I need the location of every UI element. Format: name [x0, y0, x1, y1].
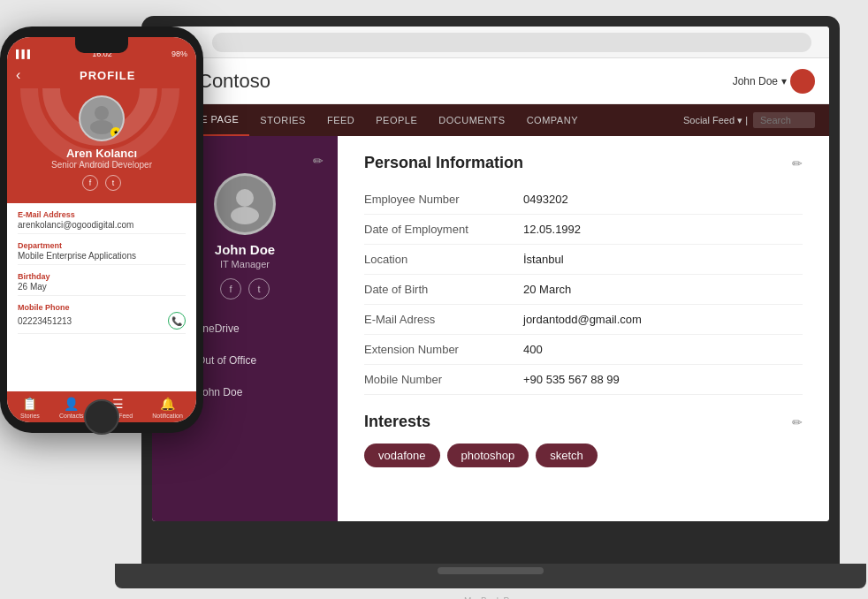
facebook-icon[interactable]: f: [220, 278, 241, 300]
phone-screen: ▌▌▌ 16:02 98% ‹ PROFILE ★ Aren Kolanc: [7, 37, 196, 422]
phone-nav-notification[interactable]: 🔔 Notification: [152, 397, 183, 419]
notification-icon: 🔔: [160, 397, 175, 411]
contacts-icon: 👤: [64, 397, 79, 411]
tag-photoshop[interactable]: photoshop: [447, 444, 529, 467]
contoso-header: Contoso John Doe ▾: [152, 58, 829, 104]
field-value: 12.05.1992: [523, 215, 803, 245]
tag-sketch[interactable]: sketch: [536, 444, 598, 467]
field-label: Date of Birth: [364, 275, 523, 305]
personal-info-header: Personal Information ✏: [364, 154, 803, 172]
phone-facebook-icon[interactable]: f: [82, 175, 98, 191]
tag-vodafone[interactable]: vodafone: [364, 444, 440, 467]
interests-edit-icon[interactable]: ✏: [792, 415, 803, 429]
phone-nav-notification-label: Notification: [152, 413, 183, 419]
phone-fields: E-Mail Address arenkolanci@ogoodigital.c…: [7, 203, 196, 391]
phone-home-button[interactable]: [84, 399, 119, 435]
phone-field-mobile-row: 02223451213 📞: [18, 312, 186, 330]
profile-name-large: John Doe: [215, 242, 275, 257]
nav-item-stories[interactable]: STORIES: [249, 104, 316, 136]
phone-nav-contacts-label: Contacts: [59, 413, 84, 419]
field-value: 20 March: [523, 275, 803, 305]
browser-topbar: [152, 27, 829, 58]
interests-header: Interests ✏: [364, 413, 803, 431]
svg-point-9: [95, 106, 109, 120]
phone-back-button[interactable]: ‹: [16, 67, 20, 83]
table-row: Mobile Number +90 535 567 88 99: [364, 365, 803, 395]
field-value: jordantodd@gmail.com: [523, 305, 803, 335]
field-label: Employee Number: [364, 185, 523, 215]
phone-field-mobile: Mobile Phone 02223451213 📞: [18, 296, 186, 334]
phone-field-birthday: Birthday 26 May: [18, 265, 186, 296]
personal-info-edit-icon[interactable]: ✏: [792, 156, 803, 171]
table-row: Location İstanbul: [364, 245, 803, 275]
field-label: Date of Employment: [364, 215, 523, 245]
stories-icon: 📋: [22, 397, 37, 411]
phone-field-email-value: arenkolanci@ogoodigital.com: [18, 220, 186, 230]
phone-avatar-badge: ★: [110, 127, 121, 138]
phone-field-department: Department Mobile Enterprise Application…: [18, 234, 186, 265]
johndoe-label: John Doe: [197, 386, 242, 398]
phone-signal: ▌▌▌: [16, 49, 33, 58]
edit-profile-icon[interactable]: ✏: [313, 154, 324, 168]
contoso-brand-name: Contoso: [198, 70, 270, 93]
field-value: 0493202: [523, 185, 803, 215]
interests-title: Interests: [364, 413, 430, 431]
header-username: John Doe: [733, 75, 778, 87]
phone-field-dept-label: Department: [18, 241, 186, 250]
field-value: İstanbul: [523, 245, 803, 275]
svg-point-6: [231, 207, 259, 224]
right-panel: Personal Information ✏ Employee Number 0…: [338, 136, 829, 521]
phone-field-dept-value: Mobile Enterprise Applications: [18, 251, 186, 261]
social-feed-button[interactable]: Social Feed ▾ |: [683, 115, 748, 126]
phone-notch: [75, 37, 128, 53]
phone-field-mobile-value: 02223451213: [18, 316, 72, 326]
phone-nav-stories[interactable]: 📋 Stories: [20, 397, 40, 419]
table-row: Employee Number 0493202: [364, 185, 803, 215]
table-row: Date of Birth 20 March: [364, 275, 803, 305]
profile-title-large: IT Manager: [220, 259, 270, 269]
interests-section: Interests ✏ vodafone photoshop sketch: [364, 413, 803, 467]
laptop-screen: Contoso John Doe ▾ HOME PAGE STORIES FEE…: [152, 27, 829, 521]
search-input[interactable]: [753, 112, 815, 128]
field-label: E-Mail Adress: [364, 305, 523, 335]
phone-field-email-label: E-Mail Address: [18, 210, 186, 219]
social-icons: f t: [220, 278, 270, 300]
nav-bar: HOME PAGE STORIES FEED PEOPLE DOCUMENTS …: [152, 104, 829, 136]
phone-topbar: ‹ PROFILE: [7, 62, 196, 88]
table-row: E-Mail Adress jordantodd@gmail.com: [364, 305, 803, 335]
personal-info-table: Employee Number 0493202 Date of Employme…: [364, 185, 803, 395]
browser-urlbar[interactable]: [212, 33, 811, 52]
phone-social-icons: f t: [82, 175, 121, 191]
phone-user-title: Senior Android Developer: [51, 160, 152, 170]
table-row: Date of Employment 12.05.1992: [364, 215, 803, 245]
header-chevron[interactable]: ▾: [781, 75, 787, 87]
phone-profile-header: ★ Aren Kolancı Senior Android Developer …: [7, 88, 196, 203]
main-content: ✏ John Doe IT Manager f t ☁ OneDrive: [152, 136, 829, 521]
phone-field-mobile-label: Mobile Phone: [18, 303, 186, 312]
phone-call-button[interactable]: 📞: [168, 312, 186, 330]
field-value: +90 535 567 88 99: [523, 365, 803, 395]
phone-battery: 98%: [171, 49, 187, 58]
phone-field-email: E-Mail Address arenkolanci@ogoodigital.c…: [18, 203, 186, 234]
phone-nav-contacts[interactable]: 👤 Contacts: [59, 397, 84, 419]
nav-item-company[interactable]: COMPANY: [516, 104, 589, 136]
personal-info-title: Personal Information: [364, 154, 523, 172]
nav-item-documents[interactable]: DOCUMENTS: [428, 104, 515, 136]
phone-username: Aren Kolancı: [66, 147, 137, 160]
phone-twitter-icon[interactable]: t: [105, 175, 121, 191]
nav-item-people[interactable]: PEOPLE: [365, 104, 428, 136]
profile-avatar-large: [214, 173, 276, 235]
field-label: Mobile Number: [364, 365, 523, 395]
field-value: 400: [523, 335, 803, 365]
phone-nav-stories-label: Stories: [20, 413, 40, 419]
field-label: Location: [364, 245, 523, 275]
twitter-icon[interactable]: t: [248, 278, 270, 300]
laptop-base: MacBook Pro: [115, 564, 866, 588]
nav-item-feed[interactable]: FEED: [316, 104, 365, 136]
avatar-illustration: [223, 182, 267, 226]
laptop: Contoso John Doe ▾ HOME PAGE STORIES FEE…: [141, 16, 840, 564]
field-label: Extension Number: [364, 335, 523, 365]
phone-avatar: ★: [79, 95, 125, 141]
outofoffice-label: Out of Office: [197, 354, 256, 367]
phone-field-bday-label: Birthday: [18, 272, 186, 281]
